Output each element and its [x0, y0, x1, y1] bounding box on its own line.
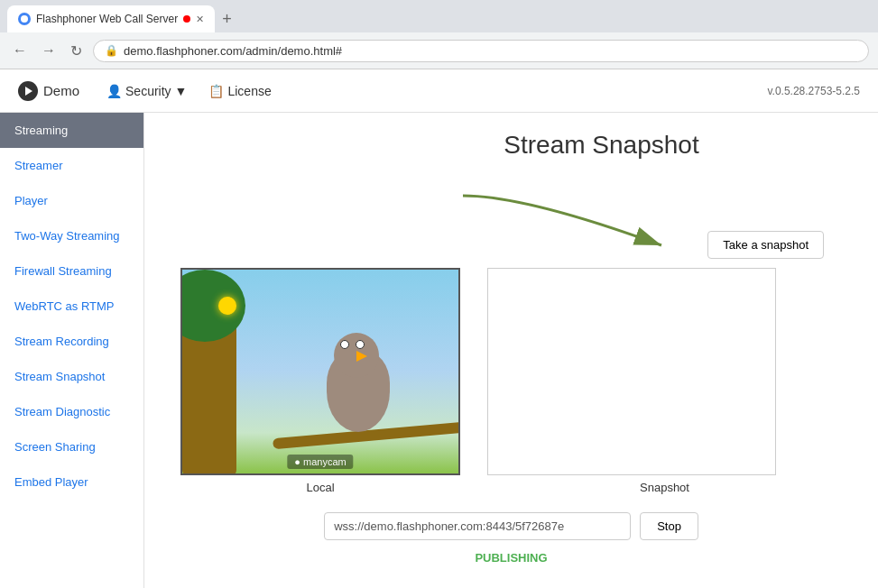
security-icon: 👤 [106, 84, 122, 98]
refresh-button[interactable]: ↻ [67, 39, 86, 63]
url-row: Stop [180, 512, 842, 540]
diagnostic-label: Stream Diagnostic [14, 405, 110, 418]
new-tab-button[interactable]: + [215, 10, 239, 29]
stop-button[interactable]: Stop [640, 512, 698, 540]
license-label: License [227, 84, 271, 98]
app-header: Demo 👤 Security ▼ 📋 License v.0.5.28.275… [0, 69, 878, 113]
recording-dot [183, 15, 190, 23]
sidebar-item-player[interactable]: Player [0, 183, 143, 218]
snapshot-action-area: Take a snapshot [180, 187, 824, 259]
logo-text: Demo [43, 83, 79, 98]
snapshot-label: Stream Snapshot [14, 370, 105, 383]
screen-sharing-label: Screen Sharing [14, 440, 96, 454]
browser-chrome: Flashphoner Web Call Server ✕ + ← → ↻ 🔒 … [0, 0, 878, 69]
sidebar: Streaming Streamer Player Two-Way Stream… [0, 113, 144, 588]
active-tab: Flashphoner Web Call Server ✕ [7, 5, 215, 32]
streaming-label: Streaming [14, 124, 68, 137]
firewall-label: Firewall Streaming [14, 264, 112, 278]
lock-icon: 🔒 [105, 44, 118, 57]
snapshot-box [487, 268, 776, 475]
tab-favicon [18, 13, 31, 25]
address-text: demo.flashphoner.com/admin/demo.html# [124, 44, 342, 58]
video-box: ● manycam [180, 268, 460, 475]
main-layout: Streaming Streamer Player Two-Way Stream… [0, 113, 878, 588]
play-icon [18, 81, 38, 101]
bird-eye-left [340, 340, 349, 349]
nav-menu: 👤 Security ▼ 📋 License [97, 78, 281, 104]
license-icon: 📋 [208, 84, 224, 98]
sidebar-item-snapshot[interactable]: Stream Snapshot [0, 359, 143, 394]
back-button[interactable]: ← [9, 39, 31, 62]
bird-eye-right [356, 340, 365, 349]
bird-beak [356, 351, 367, 362]
security-label: Security [125, 84, 171, 98]
sidebar-item-firewall[interactable]: Firewall Streaming [0, 253, 143, 289]
manycam-badge: ● manycam [287, 455, 353, 469]
address-input[interactable]: 🔒 demo.flashphoner.com/admin/demo.html# [93, 40, 869, 62]
sidebar-item-streamer[interactable]: Streamer [0, 148, 143, 183]
webrtc-label: WebRTC as RTMP [14, 299, 115, 313]
nav-security[interactable]: 👤 Security ▼ [97, 78, 196, 104]
sidebar-item-webrtc[interactable]: WebRTC as RTMP [0, 289, 143, 324]
browser-tab-bar: Flashphoner Web Call Server ✕ + [0, 0, 878, 32]
arrow-graphic [454, 187, 689, 259]
sidebar-item-embed-player[interactable]: Embed Player [0, 464, 143, 500]
sidebar-item-screen-sharing[interactable]: Screen Sharing [0, 429, 143, 464]
security-dropdown-icon: ▼ [175, 84, 188, 98]
sidebar-item-two-way[interactable]: Two-Way Streaming [0, 218, 143, 253]
snapshot-area-label: Snapshot [487, 481, 842, 494]
video-scene: ● manycam [182, 270, 458, 473]
stream-url-input[interactable] [324, 512, 631, 540]
streamer-label: Streamer [14, 159, 62, 172]
take-snapshot-button[interactable]: Take a snapshot [707, 231, 824, 259]
page-title: Stream Snapshot [361, 131, 842, 160]
player-label: Player [14, 194, 48, 207]
recording-label: Stream Recording [14, 335, 109, 348]
tab-title: Flashphoner Web Call Server [36, 13, 178, 25]
content-area: Stream Snapshot Take a snapshot [144, 113, 878, 588]
sidebar-item-streaming[interactable]: Streaming [0, 113, 143, 148]
media-row: ● manycam Local Snapshot [180, 268, 842, 494]
version-text: v.0.5.28.2753-5.2.5 [767, 85, 860, 97]
status-text: PUBLISHING [180, 551, 842, 565]
sidebar-item-diagnostic[interactable]: Stream Diagnostic [0, 394, 143, 429]
browser-address-bar: ← → ↻ 🔒 demo.flashphoner.com/admin/demo.… [0, 32, 878, 69]
two-way-label: Two-Way Streaming [14, 229, 120, 243]
embed-player-label: Embed Player [14, 475, 88, 489]
video-container: ● manycam Local [180, 268, 460, 494]
nav-license[interactable]: 📋 License [199, 78, 280, 104]
light-orb [218, 297, 236, 315]
snapshot-container: Snapshot [487, 268, 842, 494]
app-logo: Demo [18, 81, 79, 101]
local-label: Local [180, 481, 460, 494]
sidebar-item-recording[interactable]: Stream Recording [0, 324, 143, 359]
forward-button[interactable]: → [38, 39, 60, 62]
tab-close-btn[interactable]: ✕ [196, 14, 204, 25]
